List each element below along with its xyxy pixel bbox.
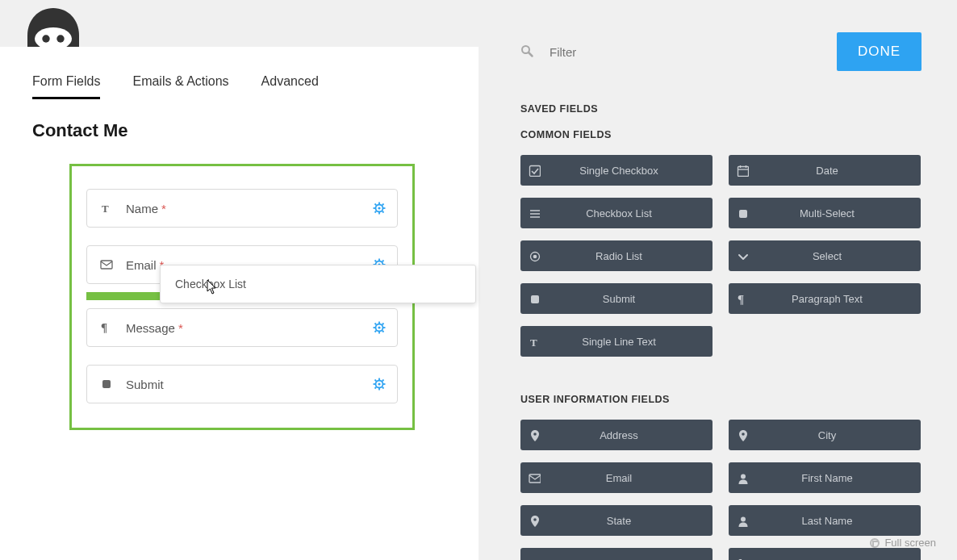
field-label: Name* [126,202,166,215]
svg-point-30 [56,35,64,42]
chip-label: Country [548,558,713,561]
mail-icon [98,258,115,271]
form-builder-panel: Form Fields Emails & Actions Advanced Co… [0,47,478,560]
field-chip-paragraph-text[interactable]: Paragraph Text [729,283,921,314]
field-chip-submit[interactable]: Submit [520,283,713,314]
form-title: Contact Me [32,120,446,141]
field-message[interactable]: Message* [86,308,398,347]
user-fields-grid: AddressCityEmailFirst NameStateLast Name… [520,420,921,560]
chip-label: Paragraph Text [756,293,921,305]
chip-label: Last Name [756,515,921,527]
phone-icon [729,558,756,561]
field-chip-state[interactable]: State [520,505,713,536]
chev-icon [729,250,756,262]
ninja-logo [19,3,87,47]
user-icon [729,515,756,527]
radio-icon [520,250,548,262]
common-fields-grid: Single CheckboxDateCheckbox ListMulti-Se… [520,155,921,357]
field-label: Message* [126,321,183,335]
field-chip-multi-select[interactable]: Multi-Select [729,198,921,228]
field-chip-single-line-text[interactable]: Single Line Text [520,326,713,357]
chip-label: Select [756,250,921,262]
drag-ghost: Checkbox List [160,265,476,303]
field-chip-radio-list[interactable]: Radio List [520,240,713,271]
field-label: Email* [126,258,164,272]
field-chip-country[interactable]: Country [520,548,713,560]
search-icon [520,44,535,59]
section-user-title: USER INFORMATION FIELDS [520,394,921,405]
field-chip-address[interactable]: Address [520,420,713,450]
field-palette-panel: DONE SAVED FIELDS COMMON FIELDS Single C… [478,0,957,560]
gear-icon[interactable] [373,378,386,391]
user-icon [729,472,756,484]
field-chip-city[interactable]: City [729,420,921,450]
section-saved-title: SAVED FIELDS [520,103,921,115]
field-label: Submit [126,378,164,391]
tab-advanced[interactable]: Advanced [261,74,319,99]
section-common-title: COMMON FIELDS [520,129,921,140]
chip-label: Radio List [548,250,713,262]
text-icon [520,336,548,348]
filter-input[interactable] [550,45,837,59]
list-icon [520,207,548,219]
field-chip-last-name[interactable]: Last Name [729,505,921,536]
field-submit[interactable]: Submit [86,365,398,403]
field-chip-checkbox-list[interactable]: Checkbox List [520,198,713,228]
chip-label: Checkbox List [548,207,713,219]
pin-icon [729,429,756,441]
box-icon [520,558,548,561]
gear-icon[interactable] [373,321,386,334]
filter-row: DONE [520,32,921,71]
chip-label: Phone [756,558,921,561]
tab-form-fields[interactable]: Form Fields [32,74,100,99]
chip-label: First Name [756,472,921,484]
fullscreen-icon [870,538,880,548]
chip-label: State [548,515,713,527]
box-icon [520,293,548,305]
mail-icon [520,472,548,484]
paragraph-icon [98,321,115,334]
field-chip-email[interactable]: Email [520,462,713,493]
field-chip-first-name[interactable]: First Name [729,462,921,493]
cal-icon [729,165,756,177]
field-name[interactable]: Name* [86,189,398,228]
field-chip-single-checkbox[interactable]: Single Checkbox [520,155,713,186]
box-icon [729,207,756,219]
chip-label: Single Checkbox [548,165,713,177]
box-icon [98,378,115,391]
field-chip-phone[interactable]: Phone [729,548,921,560]
fullscreen-toggle[interactable]: Full screen [870,537,936,549]
done-button[interactable]: DONE [837,32,921,71]
gear-icon[interactable] [373,202,386,215]
text-icon [98,202,115,215]
chip-label: City [756,429,921,441]
pin-icon [520,515,548,527]
check-icon [520,165,548,177]
para-icon [729,293,756,305]
chip-label: Date [756,165,921,177]
tab-emails-actions[interactable]: Emails & Actions [132,74,228,99]
chip-label: Address [548,429,713,441]
svg-point-29 [42,35,49,42]
chip-label: Multi-Select [756,207,921,219]
chip-label: Email [548,472,713,484]
pin-icon [520,429,548,441]
chip-label: Single Line Text [548,336,713,348]
field-chip-select[interactable]: Select [729,240,921,271]
chip-label: Submit [548,293,713,305]
field-chip-date[interactable]: Date [729,155,921,186]
builder-tabs: Form Fields Emails & Actions Advanced [32,74,446,99]
